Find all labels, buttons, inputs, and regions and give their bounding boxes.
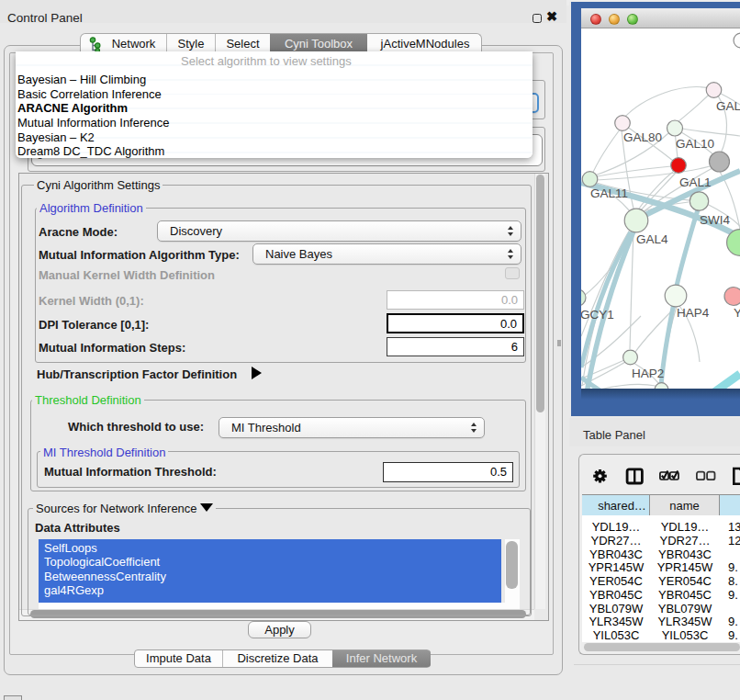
svg-text:GAL4: GAL4 [636, 232, 668, 246]
svg-text:GCY1: GCY1 [581, 308, 614, 322]
svg-text:HAP2: HAP2 [632, 367, 664, 380]
svg-text:GAL7: GAL7 [716, 99, 740, 113]
svg-text:GAL1: GAL1 [679, 175, 712, 189]
svg-text:GAL11: GAL11 [590, 186, 628, 200]
svg-text:SWI4: SWI4 [700, 213, 730, 227]
svg-text:Y: Y [734, 306, 740, 320]
svg-text:GAL80: GAL80 [623, 130, 662, 144]
svg-text:GAL10: GAL10 [676, 137, 714, 151]
svg-text:HAP4: HAP4 [677, 306, 710, 320]
